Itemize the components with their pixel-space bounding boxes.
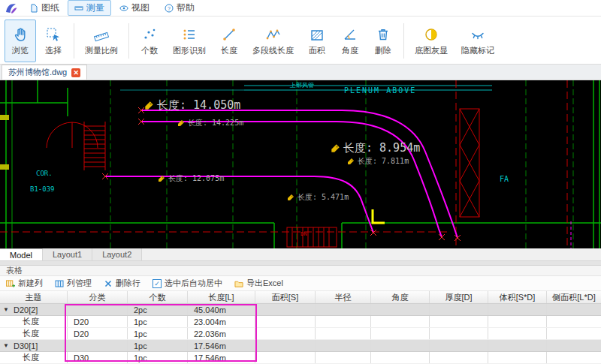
cad-text-plenum-above: PLENUM ABOVE [344,86,416,95]
column-header[interactable]: 个数 [128,291,188,303]
cad-canvas[interactable]: PLENUM ABOVE 上部风管 COR. B1-039 FA DN 长度: … [0,80,601,248]
area-hatch-icon [309,26,325,43]
toolbar-label: 导出Excel [246,278,283,289]
cad-text-room-number: B1-039 [30,185,55,193]
browse-button[interactable]: 浏览 [5,20,36,62]
measure-scale-button[interactable]: 测量比例 [79,20,124,62]
close-icon[interactable]: ✕ [71,68,80,77]
table-row[interactable]: 长度D201pc22.036m [0,328,601,340]
measurement-text: 长度: 8.954m [343,141,420,155]
cad-text-dn: DN [300,231,307,237]
button-label: 选择 [45,45,62,56]
length-button[interactable]: 长度 [213,20,245,62]
button-label: 长度 [221,45,237,56]
table-row[interactable]: ▼D30[1]1pc17.546m [0,340,601,352]
column-header[interactable]: 主题 [0,291,68,303]
measurement-label[interactable]: 长度: 7.811m [347,156,409,167]
data-cell: 17.546m [188,340,255,351]
data-cell [316,316,371,327]
data-cell [488,316,547,327]
measurement-label[interactable]: 长度: 14.225m [177,118,243,128]
menu-drawing[interactable]: 图纸 [23,0,66,16]
data-cell [547,316,601,327]
column-header[interactable]: 体积[S*D] [488,291,547,303]
data-cell: 1pc [128,328,188,339]
data-cell [488,328,547,339]
tab-label: Model [10,251,32,260]
tab-layout1[interactable]: Layout1 [43,248,92,260]
cad-text-cor: COR. [36,170,53,177]
column-header[interactable]: 半径 [316,291,371,303]
row-expand-caret[interactable]: ▼ [3,342,14,349]
button-label: 图形识别 [173,45,206,56]
table-panel-title: 表格 [0,266,601,276]
table-row[interactable]: 长度D301pc17.546m [0,352,601,364]
column-header[interactable]: 角度 [371,291,430,303]
data-cell [547,304,601,315]
polyline-length-button[interactable]: 多段线长度 [246,20,300,62]
area-button[interactable]: 面积 [301,20,333,62]
hide-marks-button[interactable]: 隐藏标记 [455,20,500,62]
gray-basemap-button[interactable]: 底图灰显 [409,20,454,62]
table-row[interactable]: ▼D20[2]2pc45.040m [0,304,601,316]
topic-cell: 长度 [0,316,68,327]
button-label: 面积 [309,45,325,56]
topic-cell: 长度 [0,328,68,339]
measurement-table: 主题分类个数长度[L]面积[S]半径角度厚度[D]体积[S*D]侧面积[L*D]… [0,291,601,364]
menu-view[interactable]: 视图 [113,0,156,16]
delete-x-icon [104,279,113,288]
tab-layout2[interactable]: Layout2 [92,248,142,260]
column-header[interactable]: 侧面积[L*D] [547,291,601,303]
delete-button[interactable]: 删除 [367,20,399,62]
button-label: 删除 [375,45,391,56]
measurement-label[interactable]: 长度: 8.954m [331,141,420,155]
column-header[interactable]: 分类 [68,291,128,303]
document-tab[interactable]: 苏州博物馆.dwg ✕ [2,65,87,80]
layout-tab-bar: Model Layout1 Layout2 [0,248,601,261]
document-tab-title: 苏州博物馆.dwg [8,67,67,78]
toolbar-label: 列管理 [67,278,92,289]
tab-label: Layout1 [53,250,82,259]
table-row[interactable]: 长度D201pc23.004m [0,316,601,328]
topic-cell: ▼D30[1] [0,340,68,351]
data-cell [255,304,316,315]
delete-row-button[interactable]: 删除行 [104,278,140,289]
ribbon-divider [128,23,129,59]
measurement-label[interactable]: 长度: 5.471m [287,192,349,203]
panel-title-text: 表格 [6,265,23,276]
data-cell [371,304,430,315]
data-cell: D20 [68,328,128,339]
tab-model[interactable]: Model [0,248,43,260]
menu-label: 测量 [86,2,104,14]
data-cell [547,352,601,363]
column-header[interactable]: 长度[L] [188,291,255,303]
measurement-label[interactable]: 长度: 14.050m [144,98,240,113]
shape-recognition-button[interactable]: 图形识别 [167,20,212,62]
table-toolbar: 新建列 列管理 删除行 ✓ 选中后自动居中 导出Excel [0,276,601,291]
menu-measure[interactable]: 测量 [68,0,111,16]
checkbox-checked-icon[interactable]: ✓ [153,279,162,288]
data-cell: 23.004m [188,316,255,327]
column-manage-icon [55,279,64,288]
recognition-list-icon [181,26,198,43]
measurement-label[interactable]: 长度: 12.075m [158,173,224,184]
data-cell: 1pc [128,340,188,351]
app-window: 图纸 测量 视图 ? 帮助 浏览 选择 测量比例 [0,0,601,364]
new-column-button[interactable]: 新建列 [6,278,43,289]
angle-button[interactable]: 角度 [334,20,366,62]
row-expand-caret[interactable]: ▼ [3,306,14,313]
count-button[interactable]: 个数 [134,20,165,62]
menu-help[interactable]: ? 帮助 [158,0,201,16]
menu-label: 图纸 [41,2,59,14]
data-cell: 22.036m [188,328,255,339]
column-manage-button[interactable]: 列管理 [55,278,92,289]
export-excel-button[interactable]: 导出Excel [234,278,283,289]
column-header[interactable]: 面积[S] [255,291,316,303]
auto-center-checkbox[interactable]: ✓ 选中后自动居中 [153,278,222,289]
button-label: 个数 [141,45,158,56]
column-header[interactable]: 厚度[D] [430,291,488,303]
select-button[interactable]: 选择 [38,20,69,62]
measurement-text: 长度: 12.075m [168,173,224,184]
data-cell [316,340,371,351]
button-label: 测量比例 [85,45,118,56]
